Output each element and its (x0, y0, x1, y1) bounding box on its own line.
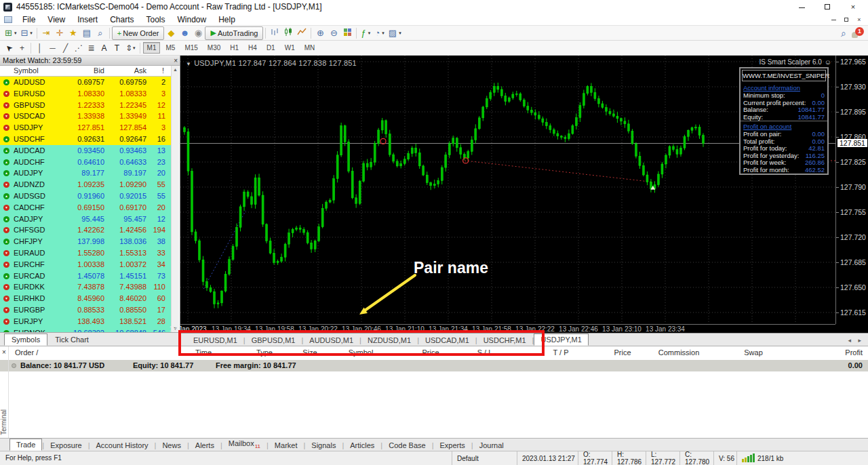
timeframe-w1[interactable]: W1 (281, 42, 299, 54)
chart-tab-eurusd-m1[interactable]: EURUSD,M1 (187, 335, 243, 346)
column-symbol[interactable]: Symbol (14, 66, 39, 75)
column-ask[interactable]: Ask (134, 66, 146, 75)
market-watch-row-EURUSD[interactable]: ▼EURUSD1.083301.083333 (0, 88, 171, 100)
terminal-column-time[interactable]: Time (195, 348, 212, 357)
market-watch-close-icon[interactable]: × (174, 56, 178, 66)
menu-file[interactable]: File (16, 14, 41, 26)
chart-tab-usdchf-m1[interactable]: USDCHF,M1 (477, 335, 532, 346)
menu-insert[interactable]: Insert (71, 14, 104, 26)
market-watch-row-EURGBP[interactable]: ▼EURGBP0.885330.8855017 (0, 304, 171, 316)
bar-chart-button[interactable] (268, 26, 281, 40)
market-watch-row-EURDKK[interactable]: ▼EURDKK7.438787.43988110 (0, 281, 171, 293)
market-watch-row-CHFSGD[interactable]: ▼CHFSGD1.422621.42456194 (0, 224, 171, 236)
line-chart-button[interactable] (295, 26, 309, 40)
terminal-column-commission[interactable]: Commission (658, 348, 700, 357)
new-order-button[interactable]: +New Order (112, 26, 165, 40)
crosshair-button[interactable]: + (16, 42, 28, 54)
terminal-column-order-[interactable]: Order / (15, 348, 38, 357)
terminal-column-price[interactable]: Price (614, 348, 631, 357)
close-icon[interactable]: × (849, 3, 857, 11)
market-watch-tab-tick-chart[interactable]: Tick Chart (47, 333, 96, 346)
terminal-tab-mailbox[interactable]: Mailbox11 (222, 438, 267, 451)
search-icon[interactable]: ⌕ (841, 28, 846, 39)
terminal-tab-exposure[interactable]: Exposure (44, 440, 87, 451)
market-watch-scrollbar[interactable]: ▲ ▼ (171, 66, 179, 332)
market-watch-row-AUDSGD[interactable]: ▲AUDSGD0.919600.9201555 (0, 190, 171, 202)
balance-row[interactable]: Balance: 10 841.77 USD Equity: 10 841.77… (0, 360, 868, 371)
market-watch-tab-symbols[interactable]: Symbols (4, 333, 47, 346)
profiles-button[interactable]: ⊟▾ (18, 26, 34, 40)
market-watch-row-GBPUSD[interactable]: ▼GBPUSD1.223331.2234512 (0, 100, 171, 111)
timeframe-h1[interactable]: H1 (226, 42, 243, 54)
terminal-tab-alerts[interactable]: Alerts (189, 440, 220, 451)
periods-button[interactable]: ◔▾ (372, 26, 386, 40)
market-watch-row-EURAUD[interactable]: ▼EURAUD1.552801.5531333 (0, 247, 171, 259)
autotrading-button[interactable]: ▶AutoTrading (205, 26, 263, 40)
metaeditor-button[interactable]: ☻ (178, 26, 191, 40)
minimize-icon[interactable] (797, 3, 806, 11)
timeframe-d1[interactable]: D1 (262, 42, 279, 54)
chart-tab-audusd-m1[interactable]: AUDUSD,M1 (303, 335, 359, 346)
market-watch-row-AUDCHF[interactable]: ▲AUDCHF0.646100.6463323 (0, 157, 171, 168)
market-watch-row-EURCAD[interactable]: ▲EURCAD1.450781.4515173 (0, 270, 171, 282)
equidistant-channel-button[interactable]: ⋰ (72, 42, 85, 54)
timeframe-m1[interactable]: M1 (143, 42, 161, 54)
chart-shift-button[interactable]: ⇥ (39, 26, 53, 40)
indicators-button[interactable]: ƒ▾ (359, 26, 372, 40)
terminal-column-symbol[interactable]: Symbol (349, 348, 374, 357)
chevron-down-icon[interactable]: ▼ (186, 61, 191, 67)
market-watch-row-USDJPY[interactable]: ▼USDJPY127.851127.8543 (0, 122, 171, 134)
chart-tab-usdcad-m1[interactable]: USDCAD,M1 (419, 335, 475, 346)
menu-view[interactable]: View (41, 14, 71, 26)
trendline-button[interactable]: ╱ (59, 42, 72, 54)
navigator-toggle-button[interactable]: ⌕ (94, 26, 107, 40)
market-watch-row-AUDNZD[interactable]: ▼AUDNZD1.092351.0929055 (0, 179, 171, 190)
market-watch-row-EURCHF[interactable]: ▼EURCHF1.003381.0037234 (0, 259, 171, 270)
market-watch-row-EURJPY[interactable]: ▼EURJPY138.493138.52128 (0, 316, 171, 327)
templates-button[interactable]: ▨▾ (387, 26, 403, 40)
vertical-line-button[interactable]: │ (33, 42, 46, 54)
timeframe-h4[interactable]: H4 (244, 42, 261, 54)
market-watch-row-CADJPY[interactable]: ▲CADJPY95.44595.45712 (0, 214, 171, 225)
text-button[interactable]: A (98, 42, 111, 54)
child-minimize-icon[interactable] (830, 16, 837, 23)
crosshair-mode-button[interactable]: ✛ (53, 26, 66, 40)
market-watch-row-EURHKD[interactable]: ▼EURHKD8.459608.4602060 (0, 293, 171, 304)
arrows-button[interactable]: ⇕▾ (123, 42, 138, 54)
child-restore-icon[interactable] (843, 16, 850, 23)
terminal-tab-code-base[interactable]: Code Base (382, 440, 431, 451)
menu-help[interactable]: Help (212, 14, 241, 26)
tab-scroll-arrows[interactable]: ◂ ▸ (848, 337, 864, 344)
market-watch-row-CADCHF[interactable]: ▼CADCHF0.691500.6917020 (0, 202, 171, 214)
notifications-icon[interactable]: 1 (852, 28, 863, 39)
market-watch-row-USDCHF[interactable]: ▲USDCHF0.926310.9264716 (0, 134, 171, 145)
terminal-tab-news[interactable]: News (156, 440, 187, 451)
market-watch-toggle-button[interactable]: ▤ (80, 26, 94, 40)
timeframe-mn[interactable]: MN (300, 42, 319, 54)
zoom-in-button[interactable]: ⊕ (313, 26, 327, 40)
favorites-button[interactable]: ★ (66, 26, 80, 40)
candle-chart-button[interactable] (281, 26, 295, 40)
horizontal-line-button[interactable]: ─ (46, 42, 59, 54)
time-axis[interactable]: 13 Jan 202313 Jan 19:3413 Jan 19:5813 Ja… (180, 324, 835, 333)
terminal-tab-articles[interactable]: Articles (344, 440, 380, 451)
terminal-column-size[interactable]: Size (302, 348, 317, 357)
scroll-up-icon[interactable]: ▲ (172, 67, 179, 72)
new-chart-button[interactable]: ⊞▾ (3, 26, 18, 40)
terminal-column-s-l[interactable]: S / L (477, 348, 493, 357)
terminal-column-profit[interactable]: Profit (845, 348, 863, 357)
market-watch-row-EURNOK[interactable]: ▲EURNOK10.6830210.68848546 (0, 327, 171, 332)
column-bid[interactable]: Bid (94, 66, 104, 75)
status-profile[interactable]: Default (452, 451, 517, 465)
timeframe-m30[interactable]: M30 (203, 42, 224, 54)
chart-tab-gbpusd-m1[interactable]: GBPUSD,M1 (245, 335, 302, 346)
market-watch-row-AUDUSD[interactable]: ▲AUDUSD0.697570.697592 (0, 77, 171, 88)
fibonacci-button[interactable]: ≣ (85, 42, 98, 54)
child-close-icon[interactable]: × (856, 16, 863, 23)
terminal-tab-journal[interactable]: Journal (473, 440, 510, 451)
terminal-tab-signals[interactable]: Signals (305, 440, 342, 451)
zoom-out-button[interactable]: ⊖ (327, 26, 340, 40)
market-watch-row-AUDJPY[interactable]: ▲AUDJPY89.17789.19720 (0, 167, 171, 179)
terminal-tab-experts[interactable]: Experts (434, 440, 471, 451)
price-axis[interactable]: 127.965127.930127.895127.860127.825127.7… (835, 56, 868, 324)
